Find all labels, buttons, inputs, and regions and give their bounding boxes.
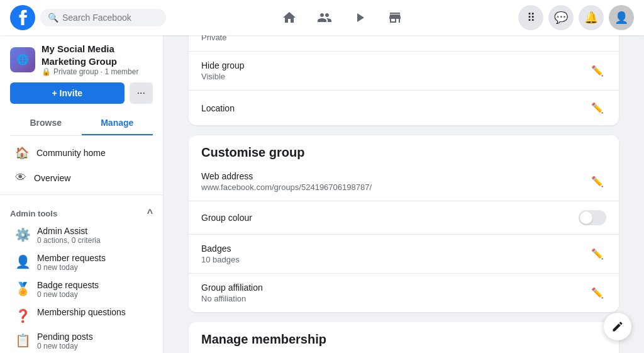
sidebar-item-overview[interactable]: 👁 Overview [5,166,158,189]
location-edit-button[interactable]: ✏️ [589,99,606,116]
row-who-can-join: Who can join the group Only profiles ✏️ [189,349,619,353]
badge-requests-title: Badge requests [37,280,99,290]
nav-people-icon[interactable] [309,3,340,33]
manage-membership-title: Manage membership [189,322,619,349]
badges-edit-button[interactable]: ✏️ [589,245,606,262]
row-badges: Badges 10 badges ✏️ [189,235,619,274]
overview-icon: 👁 [15,171,26,184]
group-affiliation-title: Group affiliation [201,283,263,293]
hide-group-subtitle: Visible [201,72,245,81]
row-group-affiliation: Group affiliation No affiliation ✏️ [189,274,619,312]
row-group-colour: Group colour [189,201,619,235]
group-name: My Social Media Marketing Group [42,43,153,67]
hide-group-edit-button[interactable]: ✏️ [589,62,606,79]
sidebar: 🌐 My Social Media Marketing Group 🔒 Priv… [0,35,164,353]
tab-manage[interactable]: Manage [82,111,153,135]
nav-store-icon[interactable] [380,3,410,33]
customise-group-title: Customise group [189,135,619,162]
overview-label: Overview [34,173,70,183]
group-header: 🌐 My Social Media Marketing Group 🔒 Priv… [0,35,163,111]
admin-assist-title: Admin Assist [37,226,101,236]
nav-center-icons [166,3,518,33]
pending-posts-subtitle: 0 new today [37,342,93,350]
toggle-thumb [580,211,592,224]
group-affiliation-edit-button[interactable]: ✏️ [589,284,606,301]
sidebar-item-membership-questions[interactable]: ❓ Membership questions [5,303,158,327]
badge-requests-subtitle: 0 new today [37,290,99,299]
row-location: Location ✏️ [189,91,619,125]
admin-tools-section: Admin tools ^ [0,200,163,221]
top-navigation: 🔍 ⠿ 💬 🔔 👤 [0,0,644,35]
sidebar-item-community-home[interactable]: 🏠 Community home [5,141,158,165]
facebook-logo[interactable] [10,5,35,30]
more-options-button[interactable]: ··· [130,82,153,104]
sidebar-item-pending-posts[interactable]: 📋 Pending posts 0 new today [5,328,158,353]
row-hide-group: Hide group Visible ✏️ [189,52,619,91]
membership-questions-title: Membership questions [37,307,126,317]
admin-assist-icon: ⚙️ [15,227,31,242]
group-affiliation-subtitle: No affiliation [201,294,263,303]
member-requests-subtitle: 0 new today [37,263,106,272]
floating-edit-button[interactable] [604,313,631,340]
web-address-subtitle: www.facebook.com/groups/524196706198787/ [201,182,372,192]
profile-avatar[interactable]: 👤 [609,5,634,30]
sidebar-item-member-requests[interactable]: 👤 Member requests 0 new today [5,249,158,276]
sidebar-item-badge-requests[interactable]: 🏅 Badge requests 0 new today [5,276,158,303]
badges-title: Badges [201,244,240,254]
member-requests-title: Member requests [37,253,106,263]
search-box[interactable]: 🔍 [40,9,166,26]
pending-posts-icon: 📋 [15,333,31,348]
apps-icon[interactable]: ⠿ [518,5,543,30]
group-avatar: 🌐 [10,47,35,72]
tab-browse[interactable]: Browse [10,111,82,135]
settings-card-manage-membership: Manage membership Who can join the group… [189,322,619,353]
main-content: Privacy Private ▼ Hide group Visible ✏️ [164,0,644,353]
messenger-icon[interactable]: 💬 [548,5,574,30]
search-input[interactable] [62,13,158,23]
home-icon: 🏠 [15,146,29,160]
community-home-label: Community home [36,148,106,158]
search-icon: 🔍 [48,13,58,23]
sidebar-item-admin-assist[interactable]: ⚙️ Admin Assist 0 actions, 0 criteria [5,222,158,249]
badges-subtitle: 10 badges [201,255,240,264]
nav-right-actions: ⠿ 💬 🔔 👤 [518,5,634,30]
hide-group-title: Hide group [201,60,245,70]
row-web-address: Web address www.facebook.com/groups/5241… [189,162,619,201]
notifications-icon[interactable]: 🔔 [579,5,604,30]
group-meta: 🔒 Private group · 1 member [42,67,153,76]
admin-tools-chevron[interactable]: ^ [147,208,153,219]
location-title: Location [201,103,235,113]
admin-assist-subtitle: 0 actions, 0 criteria [37,236,101,245]
browse-manage-tabs: Browse Manage [10,111,153,136]
nav-video-icon[interactable] [345,3,375,33]
invite-button[interactable]: + Invite [10,82,125,104]
member-requests-icon: 👤 [15,254,31,269]
badge-requests-icon: 🏅 [15,281,31,296]
group-colour-title: Group colour [201,213,252,223]
group-colour-toggle[interactable] [579,210,606,225]
pending-posts-title: Pending posts [37,332,93,342]
membership-questions-icon: ❓ [15,308,31,323]
web-address-title: Web address [201,171,372,181]
settings-card-customise: Customise group Web address www.facebook… [189,135,619,312]
web-address-edit-button[interactable]: ✏️ [589,173,606,190]
nav-home-icon[interactable] [274,3,304,33]
